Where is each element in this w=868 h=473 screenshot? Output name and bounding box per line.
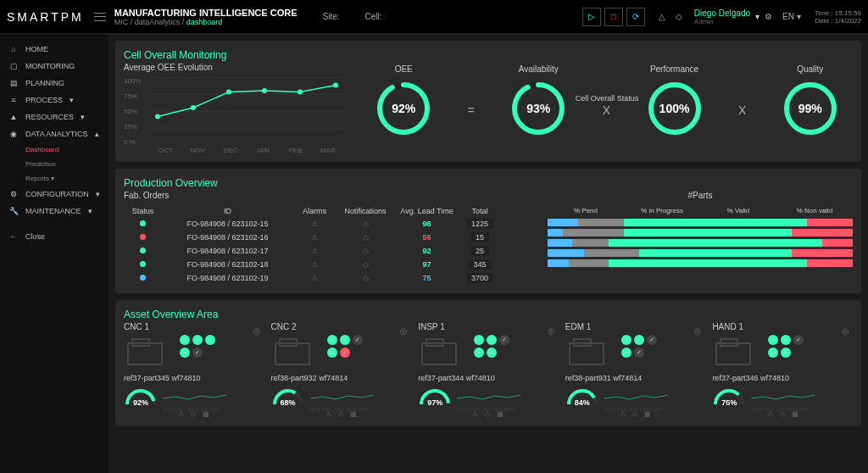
svg-point-4 <box>155 114 160 119</box>
monitor-icon: ▢ <box>8 62 19 70</box>
monitoring-panel: Cell Overall Monitoring Average OEE Evol… <box>115 41 861 162</box>
gear-icon[interactable]: ⚙ <box>765 12 772 21</box>
parts-bar <box>548 239 853 247</box>
sparkline: NOV DEC JAN FEB MAR <box>163 388 264 405</box>
gauge-oee: 92% <box>374 79 433 138</box>
app-title: MANUFACTURING INTELLIGENCE CORE <box>114 8 298 18</box>
notif-icon[interactable]: ◇ <box>676 12 682 21</box>
table-row[interactable]: FO-984908 / 623102-15⚠◇981225 <box>124 217 537 231</box>
mini-gauge: 92% <box>124 386 158 407</box>
assets-panel: Asset Overview Area ⊕CNC 1✓✓✓✓✓ref37-par… <box>115 300 861 426</box>
zoom-icon[interactable]: ⊕ <box>841 326 849 337</box>
logo: SMARTPM <box>7 10 84 24</box>
gauge-performance: 100% <box>645 79 704 138</box>
table-row[interactable]: FO-984908 / 623102-17⚠◇9225 <box>124 244 537 258</box>
nav-reports[interactable]: Reports ▾ <box>0 171 108 186</box>
arrow-left-icon: ← <box>8 232 19 241</box>
zoom-icon[interactable]: ⊕ <box>693 326 702 337</box>
gauge-quality: 99% <box>781 79 840 138</box>
table-row[interactable]: FO-984908 / 623102-16⚠◇5615 <box>124 231 537 244</box>
sparkline: NOV DEC JAN FEB MAR <box>457 388 559 405</box>
mini-gauge: 68% <box>271 386 305 407</box>
nav-process[interactable]: ≡PROCESS ▾ <box>0 92 108 109</box>
panel-title: Production Overview <box>124 177 853 189</box>
asset-card[interactable]: ⊕EDM 1✓✓✓✓✓ref38-part931 wf7481484%NOV D… <box>565 322 706 418</box>
mini-gauge: 97% <box>418 386 452 407</box>
sparkline: NOV DEC JAN FEB MAR <box>751 388 853 405</box>
zoom-icon[interactable]: ⊕ <box>253 326 261 337</box>
asset-card[interactable]: ⊕HAND 1✓✓✓✓✓ref37-part346 wf7481075%NOV … <box>712 322 853 418</box>
table-row[interactable]: FO-984908 / 623102-19⚠◇753700 <box>124 271 537 285</box>
nav-monitoring[interactable]: ▢MONITORING <box>0 58 108 75</box>
panel-subtitle: Average OEE Evolution <box>124 63 344 72</box>
date-display: Date : 1/4/2022 <box>815 17 861 25</box>
site-label: Site: <box>322 12 339 21</box>
breadcrumb: MIC / dataAnalytics / dashboard <box>114 18 298 26</box>
mini-gauge: 84% <box>565 386 599 407</box>
cell-label: Cell: <box>365 12 382 21</box>
production-panel: Production Overview Fab. Orders Status I… <box>115 169 861 293</box>
svg-point-6 <box>226 90 231 95</box>
bell-icon[interactable]: △ <box>659 12 665 21</box>
gauge-availability: 93% <box>509 79 568 138</box>
parts-bar <box>548 229 853 236</box>
machine-icon <box>565 335 616 369</box>
wrench-icon: 🔧 <box>8 207 19 215</box>
parts-bar <box>548 249 853 257</box>
lang-select[interactable]: EN ▾ <box>782 12 801 21</box>
nav-config[interactable]: ⚙CONFIGURATION ▾ <box>0 186 108 203</box>
chevron-down-icon: ▾ <box>755 12 760 21</box>
panel-title: Asset Overview Area <box>124 309 853 320</box>
sparkline: NOV DEC JAN FEB MAR <box>310 388 412 405</box>
home-icon: ⌂ <box>8 45 19 53</box>
zoom-icon[interactable]: ⊕ <box>547 326 555 337</box>
svg-point-5 <box>191 105 196 110</box>
asset-card[interactable]: ⊕CNC 1✓✓✓✓✓ref37-part345 wf7481092%NOV D… <box>124 322 264 418</box>
fab-orders-table: Status ID Alarms Notifications Avg. Lead… <box>124 205 537 285</box>
zoom-icon[interactable]: ⊕ <box>399 326 408 337</box>
svg-point-8 <box>298 90 303 95</box>
svg-point-7 <box>262 88 267 93</box>
status-title: Cell Overall Status <box>576 94 639 103</box>
machine-icon <box>271 335 322 369</box>
parts-bar <box>548 219 853 226</box>
gear-icon: ⚙ <box>8 190 19 198</box>
asset-card[interactable]: ⊕CNC 2✓✓✓✓✓ref38-part932 wf7481468%NOV D… <box>271 322 412 418</box>
time-display: Time : 15:15:59 <box>815 9 861 17</box>
mini-gauge: 75% <box>712 386 746 407</box>
analytics-icon: ◉ <box>8 130 19 138</box>
machine-icon <box>124 335 175 369</box>
play-button[interactable]: ▷ <box>582 8 601 26</box>
user-menu[interactable]: Diego Delgado Admin ▾ <box>694 8 760 25</box>
calendar-icon: ▤ <box>8 79 19 87</box>
oee-line-chart: 100% 75% 50% 25% 0 % OCTNOVDECJANFEBMAR <box>124 77 344 153</box>
nav-resources[interactable]: ▲RESOURCES ▾ <box>0 109 108 125</box>
svg-point-9 <box>333 83 338 88</box>
sidebar: ⌂HOME ▢MONITORING ▤PLANNING ≡PROCESS ▾ ▲… <box>0 34 108 473</box>
resources-icon: ▲ <box>8 113 19 121</box>
sparkline: NOV DEC JAN FEB MAR <box>604 388 706 405</box>
stop-button[interactable]: □ <box>604 8 623 26</box>
nav-home[interactable]: ⌂HOME <box>0 41 108 58</box>
parts-bar <box>548 259 853 267</box>
header: SMARTPM MANUFACTURING INTELLIGENCE CORE … <box>0 0 868 34</box>
refresh-button[interactable]: ⟳ <box>626 8 645 26</box>
nav-prediction[interactable]: Prediction <box>0 157 108 171</box>
machine-icon <box>418 335 469 369</box>
asset-card[interactable]: ⊕INSP 1✓✓✓✓✓ref37-part344 wf7481097%NOV … <box>418 322 559 418</box>
nav-close[interactable]: ←Close <box>0 228 108 245</box>
nav-planning[interactable]: ▤PLANNING <box>0 75 108 92</box>
nav-dashboard[interactable]: Dashboard <box>0 142 108 157</box>
process-icon: ≡ <box>8 96 19 104</box>
hamburger-icon[interactable] <box>94 13 106 21</box>
table-row[interactable]: FO-984908 / 623102-18⚠◇97345 <box>124 258 537 271</box>
machine-icon <box>712 335 763 369</box>
nav-analytics[interactable]: ◉DATA ANALYTICS ▴ <box>0 125 108 142</box>
panel-title: Cell Overall Monitoring <box>124 49 344 61</box>
nav-maintenance[interactable]: 🔧MAINTENANCE ▾ <box>0 203 108 220</box>
